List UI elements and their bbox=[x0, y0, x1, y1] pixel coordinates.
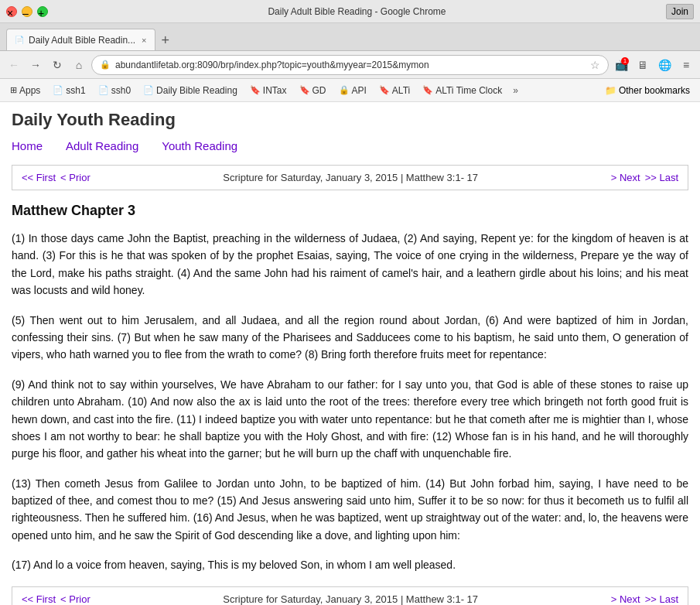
scripture-nav-top-next: > Next >> Last bbox=[611, 172, 678, 183]
page-title: Daily Youth Reading bbox=[12, 110, 688, 130]
address-box[interactable]: 🔒 abundantlifetab.org:8090/brp/index.php… bbox=[91, 55, 609, 75]
active-tab[interactable]: 📄 Daily Adult Bible Readin... × bbox=[6, 29, 155, 50]
verse-block-5: (17) And lo a voice from heaven, saying,… bbox=[12, 556, 688, 573]
other-bookmarks-icon: 📁 bbox=[605, 85, 616, 96]
page-inner: Daily Youth Reading Home Adult Reading Y… bbox=[0, 102, 700, 605]
ssh1-icon: 📄 bbox=[53, 85, 63, 95]
other-bookmarks[interactable]: 📁 Other bookmarks bbox=[599, 83, 695, 98]
first-link-bottom[interactable]: << First bbox=[22, 593, 56, 605]
display-icon[interactable]: 🖥 bbox=[633, 56, 652, 74]
scripture-info-bottom: Scripture for Saturday, January 3, 2015 … bbox=[223, 593, 478, 605]
tab-bar: 📄 Daily Adult Bible Readin... × + bbox=[0, 23, 700, 51]
next-link-top[interactable]: > Next bbox=[611, 172, 640, 183]
page-content: Daily Youth Reading Home Adult Reading Y… bbox=[0, 102, 700, 605]
nav-youth-reading-link[interactable]: Youth Reading bbox=[162, 139, 237, 152]
next-link-bottom[interactable]: > Next bbox=[611, 593, 640, 605]
minimize-window-btn[interactable]: – bbox=[22, 6, 32, 17]
verse-block-3: (9) And think not to say within yourselv… bbox=[12, 376, 688, 463]
scripture-nav-bottom-next: > Next >> Last bbox=[611, 593, 678, 605]
bookmark-apps-label: Apps bbox=[19, 85, 40, 96]
menu-icon[interactable]: ≡ bbox=[677, 56, 695, 74]
verse-block-4: (13) Then cometh Jesus from Galilee to J… bbox=[12, 475, 688, 545]
scripture-nav-bottom-links: << First < Prior bbox=[22, 593, 90, 605]
window-title: Daily Adult Bible Reading - Google Chrom… bbox=[48, 6, 666, 17]
bookmark-daily-bible[interactable]: 📄 Daily Bible Reading bbox=[138, 83, 243, 98]
bookmark-alti-clock[interactable]: 🔖 ALTi Time Clock bbox=[417, 83, 507, 98]
join-button[interactable]: Join bbox=[666, 4, 694, 19]
cast-icon[interactable]: 📺 1 bbox=[612, 56, 630, 74]
new-tab-button[interactable]: + bbox=[155, 30, 176, 50]
tab-label: Daily Adult Bible Readin... bbox=[29, 35, 135, 46]
bookmark-api-label: API bbox=[352, 85, 367, 96]
bookmark-ssh0[interactable]: 📄 ssh0 bbox=[93, 83, 136, 98]
last-link-top[interactable]: >> Last bbox=[645, 172, 678, 183]
chapter-title: Matthew Chapter 3 bbox=[12, 203, 688, 219]
close-window-btn[interactable]: × bbox=[6, 6, 17, 17]
page-nav-links: Home Adult Reading Youth Reading bbox=[12, 139, 688, 152]
bookmark-alti-clock-label: ALTi Time Clock bbox=[435, 85, 502, 96]
alti-icon: 🔖 bbox=[379, 85, 390, 95]
bookmark-alti[interactable]: 🔖 ALTi bbox=[374, 83, 415, 98]
address-text: abundantlifetab.org:8090/brp/index.php?t… bbox=[115, 60, 586, 70]
alti-clock-icon: 🔖 bbox=[422, 85, 433, 95]
bookmark-api[interactable]: 🔒 API bbox=[333, 83, 372, 98]
verse-block-2: (5) Then went out to him Jerusalem, and … bbox=[12, 312, 688, 364]
window-controls[interactable]: × – + bbox=[6, 6, 48, 17]
maximize-window-btn[interactable]: + bbox=[37, 6, 48, 17]
ssh0-icon: 📄 bbox=[98, 85, 109, 95]
bookmark-ssh0-label: ssh0 bbox=[111, 85, 131, 96]
bookmark-gd-label: GD bbox=[312, 85, 326, 96]
bookmark-ssh1[interactable]: 📄 ssh1 bbox=[47, 83, 90, 98]
api-icon: 🔒 bbox=[339, 85, 350, 95]
last-link-bottom[interactable]: >> Last bbox=[645, 593, 678, 605]
intax-icon: 🔖 bbox=[250, 85, 261, 95]
nav-adult-reading-link[interactable]: Adult Reading bbox=[66, 139, 138, 152]
nav-home-link[interactable]: Home bbox=[12, 139, 43, 152]
address-bar: ← → ↻ ⌂ 🔒 abundantlifetab.org:8090/brp/i… bbox=[0, 51, 700, 79]
verse-block-1: (1) In those days came John the Baptist,… bbox=[12, 230, 688, 299]
daily-bible-icon: 📄 bbox=[143, 85, 154, 95]
bookmark-star-icon[interactable]: ☆ bbox=[590, 59, 600, 71]
notification-badge: 1 bbox=[621, 57, 629, 65]
bookmarks-more-button[interactable]: » bbox=[509, 83, 522, 98]
toolbar-icons: 📺 1 🖥 🌐 ≡ bbox=[612, 56, 695, 74]
back-button[interactable]: ← bbox=[5, 56, 23, 74]
title-bar: × – + Daily Adult Bible Reading - Google… bbox=[0, 0, 700, 23]
scripture-info-top: Scripture for Saturday, January 3, 2015 … bbox=[223, 172, 478, 183]
bookmark-gd[interactable]: 🔖 GD bbox=[294, 83, 332, 98]
lock-icon: 🔒 bbox=[100, 60, 111, 70]
scripture-nav-bottom: << First < Prior Scripture for Saturday,… bbox=[12, 586, 688, 605]
prior-link-bottom[interactable]: < Prior bbox=[60, 593, 90, 605]
scripture-nav-top: << First < Prior Scripture for Saturday,… bbox=[12, 165, 688, 190]
prior-link-top[interactable]: < Prior bbox=[60, 172, 90, 183]
apps-icon: ⊞ bbox=[10, 85, 17, 95]
forward-button[interactable]: → bbox=[26, 56, 45, 74]
bookmark-daily-bible-label: Daily Bible Reading bbox=[156, 85, 237, 96]
scripture-nav-top-links: << First < Prior bbox=[22, 172, 90, 183]
bookmark-alti-label: ALTi bbox=[392, 85, 410, 96]
other-bookmarks-label: Other bookmarks bbox=[619, 85, 690, 96]
bookmark-intax-label: INTax bbox=[263, 85, 287, 96]
bookmark-intax[interactable]: 🔖 INTax bbox=[244, 83, 292, 98]
bookmark-ssh1-label: ssh1 bbox=[66, 85, 85, 96]
bookmark-apps[interactable]: ⊞ Apps bbox=[5, 83, 46, 98]
refresh-button[interactable]: ↻ bbox=[48, 56, 67, 74]
home-button[interactable]: ⌂ bbox=[70, 56, 88, 74]
tab-close-button[interactable]: × bbox=[142, 36, 146, 45]
first-link-top[interactable]: << First bbox=[22, 172, 56, 183]
tab-favicon: 📄 bbox=[15, 36, 24, 44]
bookmarks-bar: ⊞ Apps 📄 ssh1 📄 ssh0 📄 Daily Bible Readi… bbox=[0, 79, 700, 102]
gd-icon: 🔖 bbox=[299, 85, 310, 95]
translate-icon[interactable]: 🌐 bbox=[655, 56, 674, 74]
